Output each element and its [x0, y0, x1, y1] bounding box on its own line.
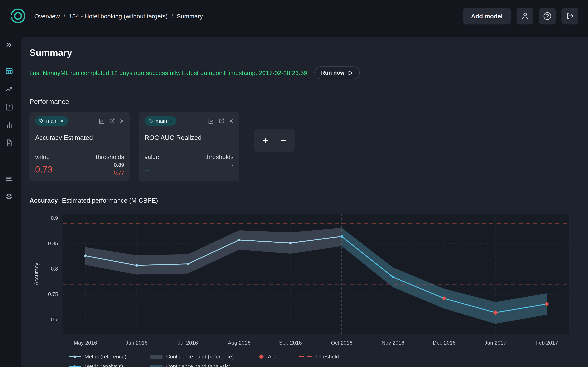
performance-section-header: Performance [29, 98, 576, 106]
sidebar-item-distributions[interactable] [4, 120, 13, 129]
chart-header: AccuracyEstimated performance (M-CBPE) [29, 197, 576, 204]
nannyml-logo-icon[interactable] [10, 8, 26, 24]
logo-notch [10, 15, 14, 17]
value-label: value [145, 153, 159, 160]
svg-text:Jul 2016: Jul 2016 [178, 340, 198, 346]
metric-value: – [145, 164, 159, 175]
logout-button[interactable] [562, 8, 578, 24]
sidebar-nav-primary: ƒ [4, 67, 13, 147]
tag-icon [149, 119, 153, 123]
legend-metric-reference[interactable]: Metric (reference) [69, 354, 150, 360]
svg-text:0.75: 0.75 [48, 291, 58, 297]
double-chevron-right-icon [5, 41, 13, 49]
legend-confidence-band-analysis[interactable]: Confidence band (analysis) [150, 363, 259, 367]
chart-legend: Metric (reference) Confidence band (refe… [69, 354, 576, 367]
card-title: ROC AUC Realized [145, 130, 233, 146]
header-actions: Add model [463, 8, 578, 24]
thresholds-label: thresholds [96, 153, 124, 160]
dashes-swatch-icon [299, 354, 311, 359]
band-swatch-icon [150, 354, 163, 359]
tag-add-icon[interactable]: + [169, 118, 172, 124]
sidebar-item-performance[interactable] [4, 84, 13, 93]
performance-section-title: Performance [29, 98, 69, 106]
sidebar-item-models-table[interactable] [4, 67, 13, 75]
svg-text:Oct 2016: Oct 2016 [331, 340, 353, 346]
metric-card-accuracy-estimated: main ✕ ✕ [29, 112, 130, 182]
open-chart-button[interactable] [208, 118, 215, 124]
legend-threshold[interactable]: Threshold [299, 354, 361, 360]
table-grid-icon [5, 67, 13, 75]
main-panel: Summary Last NannyML run completed 12 da… [21, 37, 588, 367]
line-chart-icon [208, 118, 215, 124]
metric-value: 0.73 [35, 164, 53, 175]
open-external-button[interactable] [219, 118, 225, 124]
svg-text:0.7: 0.7 [51, 317, 58, 322]
svg-text:Dec 2016: Dec 2016 [433, 340, 456, 346]
sidebar-divider [3, 59, 15, 59]
tag-remove-icon[interactable]: ✕ [60, 118, 64, 124]
svg-text:Jun 2016: Jun 2016 [126, 340, 148, 346]
sidebar-item-functions[interactable]: ƒ [4, 102, 13, 111]
threshold-lower: - [205, 170, 233, 176]
open-chart-button[interactable] [99, 118, 105, 124]
run-now-button[interactable]: Run now [315, 67, 360, 79]
add-model-button[interactable]: Add model [463, 8, 511, 24]
thresholds-label: thresholds [205, 153, 233, 160]
svg-text:Sep 2016: Sep 2016 [279, 340, 302, 346]
close-card-icon[interactable]: ✕ [229, 118, 233, 124]
chart-subtitle: Estimated performance (M-CBPE) [62, 197, 158, 204]
bar-chart-icon [5, 120, 13, 129]
top-bar: Overview / 154 - Hotel booking (without … [0, 0, 588, 32]
diamond-swatch-icon [259, 354, 264, 359]
svg-text:Nov 2016: Nov 2016 [381, 340, 404, 346]
breadcrumb-overview[interactable]: Overview [34, 12, 60, 19]
trending-up-icon [5, 85, 13, 93]
svg-text:0.85: 0.85 [48, 241, 58, 246]
sidebar-item-settings[interactable]: ⚙ [4, 192, 13, 201]
breadcrumb-model[interactable]: 154 - Hotel booking (without targets) [69, 12, 168, 19]
help-button[interactable] [539, 8, 556, 24]
close-card-icon[interactable]: ✕ [120, 118, 124, 124]
svg-text:Jan 2017: Jan 2017 [484, 340, 506, 346]
user-profile-button[interactable] [517, 8, 533, 24]
svg-text:0.9: 0.9 [51, 215, 58, 221]
remove-metric-button[interactable]: − [275, 132, 292, 149]
function-square-icon: ƒ [5, 103, 13, 111]
value-label: value [35, 153, 53, 160]
breadcrumb-summary[interactable]: Summary [177, 12, 203, 19]
app-root: Overview / 154 - Hotel booking (without … [0, 0, 588, 367]
play-icon [348, 70, 354, 76]
breadcrumb-separator: / [63, 12, 65, 19]
legend-metric-analysis[interactable]: Metric (analysis) [69, 363, 150, 367]
sidebar-item-logs[interactable] [4, 174, 13, 183]
breadcrumb: Overview / 154 - Hotel booking (without … [34, 12, 203, 19]
breadcrumb-separator: / [171, 12, 173, 19]
gear-icon: ⚙ [6, 193, 12, 200]
card-title: Accuracy Estimated [35, 130, 124, 146]
sidebar-expand-button[interactable] [2, 38, 16, 52]
legend-confidence-band-reference[interactable]: Confidence band (reference) [150, 354, 259, 360]
line-dot-swatch-icon [69, 354, 81, 359]
svg-text:ƒ: ƒ [8, 104, 10, 109]
legend-alert[interactable]: Alert [259, 354, 299, 360]
chart-title: Accuracy [29, 197, 58, 204]
question-circle-icon [543, 12, 552, 20]
metric-card-roc-auc-realized: main + ✕ [139, 112, 239, 182]
list-icon [5, 174, 13, 183]
metric-card-controls: + − [254, 129, 295, 152]
logout-icon [566, 12, 574, 20]
line-chart-icon [99, 118, 105, 124]
sidebar: ƒ ⚙ [0, 32, 18, 367]
open-external-button[interactable] [109, 118, 115, 124]
sidebar-item-reports[interactable] [4, 138, 13, 147]
metric-cards-row: main ✕ ✕ [29, 112, 576, 182]
file-check-icon [5, 138, 13, 147]
svg-text:May 2016: May 2016 [74, 340, 97, 346]
add-metric-button[interactable]: + [257, 132, 274, 149]
external-link-icon [109, 118, 115, 124]
tag-label: main [156, 118, 167, 124]
tag-chip-main[interactable]: main ✕ [35, 116, 68, 125]
line-dot-swatch-icon [69, 364, 81, 367]
run-now-label: Run now [321, 70, 345, 76]
tag-chip-main[interactable]: main + [145, 116, 176, 125]
